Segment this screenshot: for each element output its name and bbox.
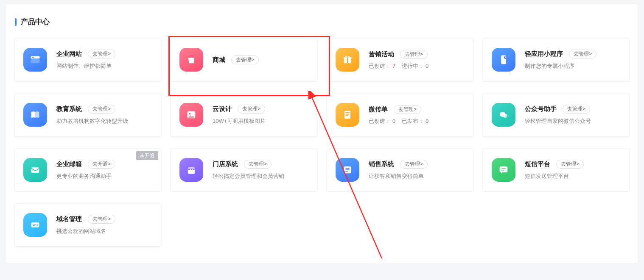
svg-rect-13 (345, 114, 349, 115)
svg-rect-11 (344, 111, 350, 119)
svg-point-10 (189, 113, 191, 115)
card-title: 轻应用小程序 (525, 50, 563, 58)
card-desc: 网站制作、维护都简单 (56, 62, 152, 70)
svg-rect-28 (37, 225, 39, 225)
card-title: 微传单 (369, 105, 388, 114)
card-stats: 已创建：0 已发布：0 (369, 117, 465, 125)
manage-button[interactable]: 去管理> (88, 50, 115, 58)
card-mall[interactable]: 商城 去管理> (171, 39, 317, 81)
card-desc: 助力教培机构数字化转型升级 (56, 117, 152, 125)
svg-rect-22 (345, 171, 348, 172)
svg-rect-18 (31, 167, 39, 173)
card-sales[interactable]: 销售系统 去管理> 让获客和销售变得简单 (327, 149, 473, 191)
list-icon (336, 158, 359, 182)
card-store[interactable]: 门店系统 去管理> 轻松搞定会员管理和会员营销 (171, 149, 317, 191)
svg-rect-12 (345, 112, 349, 113)
svg-rect-29 (37, 225, 38, 226)
manage-button[interactable]: 去管理> (556, 160, 584, 169)
section-accent-bar (15, 18, 17, 26)
card-edu[interactable]: 教育系统 去管理> 助力教培机构数字化转型升级 (15, 94, 161, 136)
card-title: 教育系统 (56, 105, 82, 113)
gift-icon (336, 48, 359, 72)
card-marketing[interactable]: 营销活动 去管理> 已创建：7 进行中：0 (327, 39, 473, 81)
svg-rect-20 (345, 168, 349, 169)
card-desc: 让获客和销售变得简单 (369, 172, 465, 180)
card-desc: 短信发送管理平台 (525, 172, 621, 180)
svg-point-3 (33, 57, 34, 58)
card-desc: 轻松管理自家的微信公众号 (525, 117, 621, 125)
chat-icon (492, 158, 515, 182)
card-miniapp[interactable]: 轻应用小程序 去管理> 制作您的专属小程序 (483, 39, 629, 81)
card-title: 门店系统 (213, 160, 238, 168)
miniapp-icon (492, 48, 515, 72)
manage-button[interactable]: 去管理> (88, 215, 115, 224)
browser-icon (23, 48, 47, 72)
manage-button[interactable]: 去管理> (400, 50, 428, 59)
card-title: 云设计 (213, 105, 232, 113)
domain-icon: W. (23, 213, 47, 237)
card-desc: 更专业的商务沟通助手 (56, 172, 152, 180)
manage-button[interactable]: 去管理> (394, 105, 421, 114)
product-grid: 企业网站 去管理> 网站制作、维护都简单 商城 去管理> (15, 39, 629, 246)
svg-rect-24 (501, 169, 505, 169)
card-design[interactable]: 云设计 去管理> 10W+可商用模板图片 (171, 94, 317, 136)
card-sms[interactable]: 短信平台 去管理> 短信发送管理平台 (483, 149, 629, 191)
card-desc: 10W+可商用模板图片 (213, 117, 308, 125)
section-title: 产品中心 (21, 17, 50, 27)
card-title: 销售系统 (369, 160, 394, 168)
card-title: 企业网站 (56, 50, 82, 58)
card-title: 公众号助手 (525, 105, 557, 113)
store-icon (179, 158, 203, 182)
card-desc: 轻松搞定会员管理和会员营销 (213, 172, 308, 180)
svg-rect-23 (500, 166, 508, 172)
svg-rect-25 (501, 170, 504, 171)
card-stats: 已创建：7 进行中：0 (369, 62, 465, 70)
card-mail[interactable]: 未开通 企业邮箱 去开通> 更专业的商务沟通助手 (15, 149, 161, 191)
card-desc: 制作您的专属小程序 (525, 62, 621, 70)
svg-text:W.: W. (33, 224, 36, 227)
svg-point-2 (32, 57, 33, 58)
card-domain[interactable]: W. 域名管理 去管理> 挑选喜欢的网站域名 (15, 204, 161, 246)
card-mp[interactable]: 公众号助手 去管理> 轻松管理自家的微信公众号 (483, 94, 629, 136)
manage-button[interactable]: 去管理> (88, 105, 115, 114)
card-flyer[interactable]: 微传单 去管理> 已创建：0 已发布：0 (327, 94, 473, 136)
section-header: 产品中心 (15, 17, 629, 27)
wechat-icon (492, 103, 515, 127)
card-title: 短信平台 (525, 160, 550, 168)
card-title: 商城 (213, 56, 225, 64)
product-center-panel: 产品中心 企业网站 去管理> 网站制作、维护都简单 商城 (6, 4, 638, 263)
manage-button[interactable]: 去管理> (400, 160, 428, 169)
book-icon (23, 103, 47, 127)
image-icon (179, 103, 203, 127)
card-title: 营销活动 (369, 50, 394, 58)
flyer-icon (336, 103, 359, 127)
open-button[interactable]: 去开通> (88, 160, 115, 169)
card-title: 域名管理 (56, 215, 82, 223)
card-desc: 挑选喜欢的网站域名 (56, 227, 152, 236)
manage-button[interactable]: 去管理> (569, 50, 596, 58)
manage-button[interactable]: 去管理> (244, 160, 272, 169)
manage-button[interactable]: 去管理> (563, 105, 590, 114)
svg-rect-14 (345, 115, 348, 116)
manage-button[interactable]: 去管理> (238, 105, 265, 114)
card-title: 企业邮箱 (56, 160, 82, 168)
shopping-bag-icon (179, 48, 203, 72)
mail-icon (23, 158, 47, 182)
svg-rect-21 (345, 169, 349, 170)
card-website[interactable]: 企业网站 去管理> 网站制作、维护都简单 (15, 39, 161, 81)
svg-rect-6 (347, 57, 348, 63)
manage-button[interactable]: 去管理> (231, 55, 259, 64)
not-opened-badge: 未开通 (136, 151, 158, 160)
